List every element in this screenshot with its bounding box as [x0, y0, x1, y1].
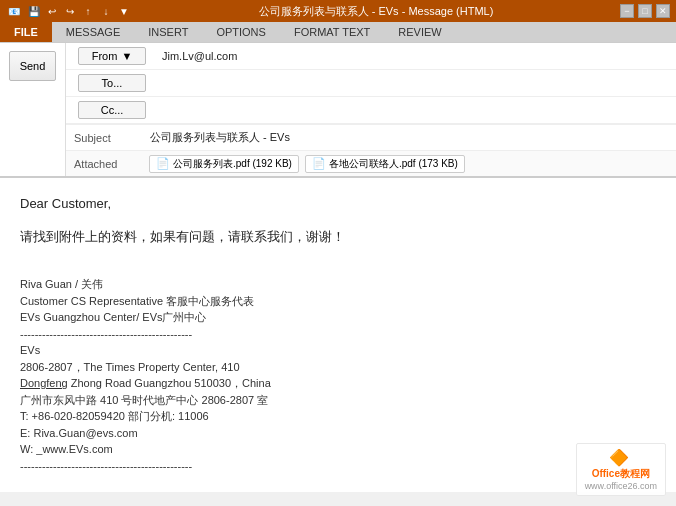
email-header-wrapper: Send From ▼ Jim.Lv@ul.com To... [0, 43, 676, 178]
attached-row: Attached 📄 公司服务列表.pdf (192 KB) 📄 各地公司联络人… [66, 150, 676, 176]
pdf-icon-1: 📄 [156, 157, 170, 170]
dropdown-icon[interactable]: ▼ [116, 3, 132, 19]
attachment-1-name: 公司服务列表.pdf (192 KB) [173, 157, 292, 171]
subject-value[interactable]: 公司服务列表与联系人 - EVs [146, 130, 676, 145]
tab-message[interactable]: MESSAGE [52, 22, 134, 42]
body-greeting: Dear Customer, [20, 194, 656, 215]
to-btn-container: To... [72, 72, 152, 94]
sig-address-2-rest: Zhong Road Guangzhou 510030，China [68, 377, 271, 389]
watermark-line1: Office教程网 [585, 467, 657, 481]
fields-area: From ▼ Jim.Lv@ul.com To... [66, 43, 676, 176]
attachment-2[interactable]: 📄 各地公司联络人.pdf (173 KB) [305, 155, 465, 173]
send-panel: Send [0, 43, 66, 176]
body-signature: Riva Guan / 关伟 Customer CS Representativ… [20, 260, 656, 475]
ribbon-tabs: FILE MESSAGE INSERT OPTIONS FORMAT TEXT … [0, 22, 676, 42]
watermark: 🔶 Office教程网 www.office26.com [576, 443, 666, 496]
email-body[interactable]: Dear Customer, 请找到附件上的资料，如果有问题，请联系我们，谢谢！… [0, 178, 676, 492]
email-compose: Send From ▼ Jim.Lv@ul.com To... [0, 43, 676, 492]
sig-line-center: EVs Guangzhou Center/ EVs广州中心 [20, 309, 656, 326]
sig-address-cn: 广州市东风中路 410 号时代地产中心 2806-2807 室 [20, 392, 656, 409]
sig-line-blank [20, 260, 656, 277]
window-title: 公司服务列表与联系人 - EVs - Message (HTML) [132, 4, 620, 19]
watermark-icon: 🔶 [609, 448, 629, 467]
subject-label: Subject [66, 132, 146, 144]
send-button[interactable]: Send [9, 51, 57, 81]
quick-access-toolbar: 💾 ↩ ↪ ↑ ↓ ▼ [26, 3, 132, 19]
sig-address-1: 2806-2807，The Times Property Center, 410 [20, 359, 656, 376]
tab-review[interactable]: REVIEW [384, 22, 455, 42]
cc-button[interactable]: Cc... [78, 101, 146, 119]
cc-row: Cc... [66, 97, 676, 124]
cc-label: Cc... [101, 104, 124, 116]
title-bar-left: 📧 💾 ↩ ↪ ↑ ↓ ▼ [6, 3, 132, 19]
tab-insert[interactable]: INSERT [134, 22, 202, 42]
title-bar: 📧 💾 ↩ ↪ ↑ ↓ ▼ 公司服务列表与联系人 - EVs - Message… [0, 0, 676, 22]
maximize-button[interactable]: □ [638, 4, 652, 18]
from-value[interactable]: Jim.Lv@ul.com [158, 50, 676, 62]
tab-options[interactable]: OPTIONS [202, 22, 280, 42]
attached-label: Attached [66, 158, 146, 170]
sig-email: E: Riva.Guan@evs.com [20, 425, 656, 442]
from-button[interactable]: From ▼ [78, 47, 146, 65]
tab-format-text[interactable]: FORMAT TEXT [280, 22, 384, 42]
from-label: From [92, 50, 118, 62]
undo-icon[interactable]: ↩ [44, 3, 60, 19]
save-icon[interactable]: 💾 [26, 3, 42, 19]
sig-line-title: Customer CS Representative 客服中心服务代表 [20, 293, 656, 310]
to-button[interactable]: To... [78, 74, 146, 92]
to-label: To... [102, 77, 123, 89]
down-icon[interactable]: ↓ [98, 3, 114, 19]
sig-divider-2: ----------------------------------------… [20, 458, 656, 475]
ribbon: FILE MESSAGE INSERT OPTIONS FORMAT TEXT … [0, 22, 676, 43]
minimize-button[interactable]: − [620, 4, 634, 18]
sig-line-name: Riva Guan / 关伟 [20, 276, 656, 293]
sig-address-2: Dongfeng Zhong Road Guangzhou 510030，Chi… [20, 375, 656, 392]
body-main-text: 请找到附件上的资料，如果有问题，请联系我们，谢谢！ [20, 227, 656, 248]
app-icon: 📧 [6, 3, 22, 19]
up-icon[interactable]: ↑ [80, 3, 96, 19]
from-row: From ▼ Jim.Lv@ul.com [66, 43, 676, 70]
close-button[interactable]: ✕ [656, 4, 670, 18]
redo-icon[interactable]: ↪ [62, 3, 78, 19]
sig-address-2-underline: Dongfeng [20, 377, 68, 389]
cc-btn-container: Cc... [72, 99, 152, 121]
attachments-list: 📄 公司服务列表.pdf (192 KB) 📄 各地公司联络人.pdf (173… [146, 154, 676, 174]
subject-row: Subject 公司服务列表与联系人 - EVs [66, 124, 676, 150]
watermark-line2: www.office26.com [585, 481, 657, 491]
to-row: To... [66, 70, 676, 97]
from-dropdown-icon: ▼ [121, 50, 132, 62]
from-btn-container: From ▼ [72, 45, 152, 67]
window-controls: − □ ✕ [620, 4, 670, 18]
sig-company: EVs [20, 342, 656, 359]
sig-divider-1: ----------------------------------------… [20, 326, 656, 343]
attachment-2-name: 各地公司联络人.pdf (173 KB) [329, 157, 458, 171]
pdf-icon-2: 📄 [312, 157, 326, 170]
sig-web: W: _www.EVs.com [20, 441, 656, 458]
attachment-1[interactable]: 📄 公司服务列表.pdf (192 KB) [149, 155, 299, 173]
tab-file[interactable]: FILE [0, 22, 52, 42]
sig-tel: T: +86-020-82059420 部门分机: 11006 [20, 408, 656, 425]
